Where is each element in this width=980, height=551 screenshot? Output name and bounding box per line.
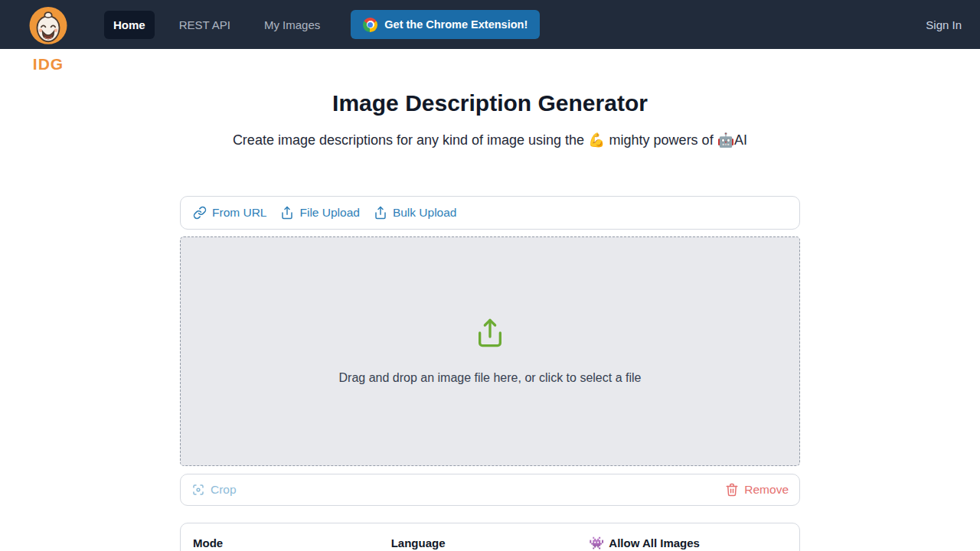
nav-item-my-images[interactable]: My Images [255,11,329,39]
upload-icon [280,206,294,220]
upload-tab-bar: From URL File Upload Bulk Upload [180,196,800,230]
chrome-icon [363,18,377,32]
chrome-extension-button[interactable]: Get the Chrome Extension! [351,10,540,39]
page-title: Image Description Generator [0,90,980,116]
dropzone-instruction: Drag and drop an image file here, or cli… [339,371,642,385]
remove-button-label: Remove [744,483,789,497]
idg-mascot-icon [26,6,70,51]
nav-menu: Home REST API My Images [104,11,329,39]
chrome-extension-button-label: Get the Chrome Extension! [384,18,528,31]
mode-option-header: Mode [193,536,391,550]
tab-file-upload-label: File Upload [299,206,359,220]
options-panel: Mode Language 👾 Allow All Images [180,523,800,551]
mode-label: Mode [193,536,223,549]
allow-all-images-label: Allow All Images [609,536,700,549]
tab-from-url-label: From URL [212,206,266,220]
upload-icon [374,206,387,220]
link-icon [193,206,207,220]
trash-icon [725,483,739,497]
nav-item-home[interactable]: Home [104,11,155,39]
uploader-section: From URL File Upload Bulk Upload Drag an… [180,196,800,551]
language-option-header: Language [391,536,590,550]
crop-focus-icon [191,483,205,497]
file-dropzone[interactable]: Drag and drop an image file here, or cli… [180,236,800,466]
tab-bulk-upload[interactable]: Bulk Upload [374,206,457,220]
tab-file-upload[interactable]: File Upload [280,206,359,220]
allow-all-images-option-header[interactable]: 👾 Allow All Images [589,536,787,550]
upload-icon [475,318,505,348]
sign-in-link[interactable]: Sign In [926,18,962,31]
crop-button[interactable]: Crop [191,483,237,497]
alien-monster-icon: 👾 [589,536,604,550]
crop-button-label: Crop [211,483,237,497]
tab-bulk-upload-label: Bulk Upload [393,206,457,220]
image-action-bar: Crop Remove [180,474,800,506]
app-logo[interactable]: IDG [25,6,71,73]
tab-from-url[interactable]: From URL [193,206,266,220]
logo-text: IDG [25,55,71,73]
page-subtitle: Create image descriptions for any kind o… [0,132,980,148]
language-label: Language [391,536,446,549]
remove-button[interactable]: Remove [725,483,789,497]
navbar: IDG Home REST API My Images Get the Chro… [0,0,980,49]
nav-item-rest-api[interactable]: REST API [170,11,240,39]
